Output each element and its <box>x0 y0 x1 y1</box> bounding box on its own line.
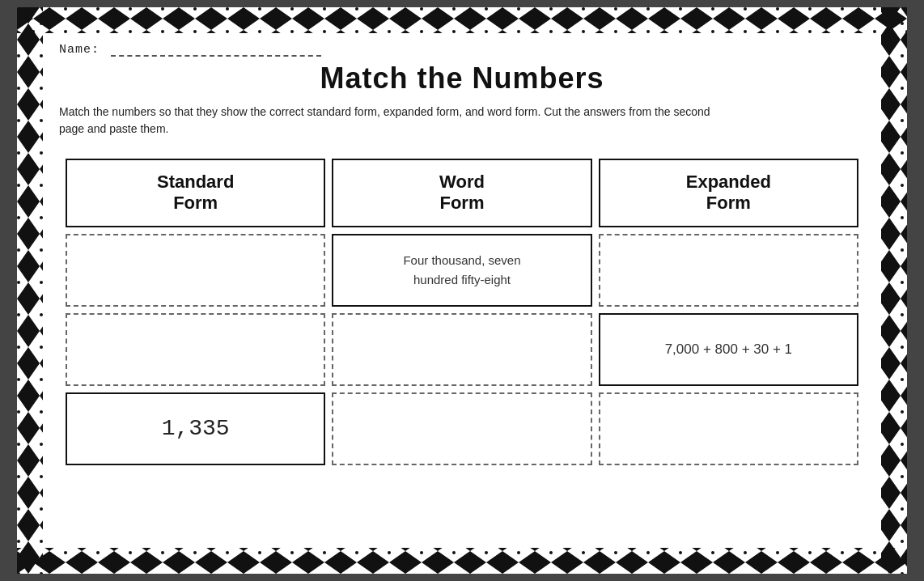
name-label: Name: <box>59 43 100 57</box>
svg-rect-5 <box>17 548 907 574</box>
row2-expanded-text: 7,000 + 800 + 30 + 1 <box>665 341 792 357</box>
match-table: Standard Form Word Form Expanded Form <box>59 152 865 472</box>
row1-expanded <box>599 234 858 307</box>
svg-rect-4 <box>17 7 907 33</box>
header-word: Word Form <box>332 159 591 227</box>
row2-expanded: 7,000 + 800 + 30 + 1 <box>599 313 858 386</box>
table-header: Standard Form Word Form Expanded Form <box>66 159 858 227</box>
row2-word <box>332 313 591 386</box>
page-title: Match the Numbers <box>59 61 865 95</box>
inner-content: Name: Match the Numbers Match the number… <box>43 33 881 488</box>
page-outer: Name: Match the Numbers Match the number… <box>17 7 907 574</box>
instructions-text: Match the numbers so that they show the … <box>59 104 723 138</box>
row3-word <box>332 392 591 465</box>
table-body: Four thousand, sevenhundred fifty-eight … <box>66 234 858 465</box>
row1-word: Four thousand, sevenhundred fifty-eight <box>332 234 591 307</box>
row1-standard <box>66 234 325 307</box>
table-row: 1,335 <box>66 392 858 465</box>
table-row: 7,000 + 800 + 30 + 1 <box>66 313 858 386</box>
name-field-row: Name: <box>59 41 865 57</box>
row3-expanded <box>599 392 858 465</box>
name-underline <box>111 41 321 57</box>
header-expanded: Expanded Form <box>599 159 858 227</box>
svg-rect-6 <box>17 7 43 574</box>
table-row: Four thousand, sevenhundred fifty-eight <box>66 234 858 307</box>
row1-word-text: Four thousand, sevenhundred fifty-eight <box>403 253 520 286</box>
row3-standard-number: 1,335 <box>162 416 230 441</box>
row3-standard: 1,335 <box>66 392 325 465</box>
svg-rect-7 <box>881 7 907 574</box>
row2-standard <box>66 313 325 386</box>
header-standard: Standard Form <box>66 159 325 227</box>
header-row: Standard Form Word Form Expanded Form <box>66 159 858 227</box>
